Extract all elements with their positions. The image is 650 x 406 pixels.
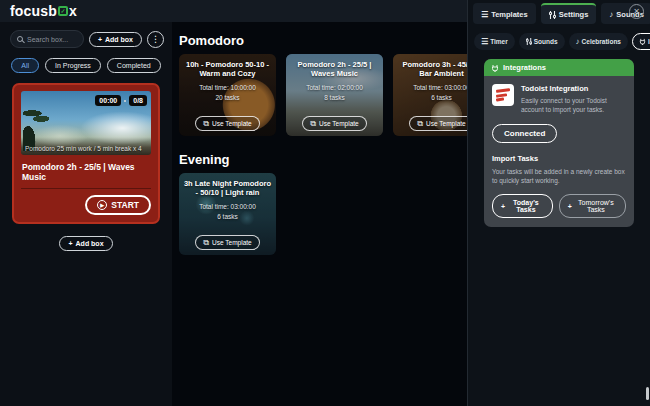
template-total-time: Total time: 02:00:00 bbox=[306, 84, 363, 91]
logo-text-prefix: focusb bbox=[10, 3, 57, 19]
box-card-title: Pomodoro 2h - 25/5 | Waves Music bbox=[21, 155, 151, 188]
tomorrows-tasks-button[interactable]: + Tomorrow's Tasks bbox=[559, 194, 626, 218]
subtab-celebrations[interactable]: ♪ Celebrations bbox=[569, 33, 628, 50]
template-total-time: Total time: 10:00:00 bbox=[199, 84, 256, 91]
todoist-logo bbox=[492, 84, 514, 106]
music-note-icon: ♪ bbox=[609, 11, 613, 19]
template-total-time: Total time: 03:00:00 bbox=[413, 84, 467, 91]
copy-icon: ⧉ bbox=[203, 239, 209, 247]
box-card-badges: 00:00 0/8 bbox=[95, 95, 147, 106]
copy-icon: ⧉ bbox=[310, 120, 316, 128]
section-title-evening: Evening bbox=[172, 136, 467, 173]
music-note-icon: ♪ bbox=[576, 38, 580, 46]
subtab-sounds[interactable]: Sounds bbox=[519, 33, 565, 50]
sliders-icon bbox=[549, 11, 556, 19]
box-card-divider bbox=[21, 188, 151, 189]
use-template-button[interactable]: ⧉ Use Template bbox=[195, 116, 259, 131]
template-card-warm-cozy[interactable]: 10h - Pomodoro 50-10 - Warm and Cozy Tot… bbox=[179, 54, 276, 136]
kebab-icon: ⋮ bbox=[151, 34, 160, 44]
todoist-integration-title: Todoist Integration bbox=[521, 84, 626, 93]
list-icon: ☰ bbox=[481, 38, 488, 46]
panel-tabs: ☰ Templates Settings ♪ Sounds bbox=[468, 0, 650, 24]
use-template-button[interactable]: ⧉ Use Template bbox=[302, 116, 366, 131]
integrations-card-header: Integrations bbox=[484, 59, 634, 76]
use-template-button[interactable]: ⧉ Use Template bbox=[409, 116, 467, 131]
evening-cards-row: 3h Late Night Pomodoro - 50/10 | Light r… bbox=[172, 173, 467, 255]
logo-text-suffix: x bbox=[69, 3, 77, 19]
tab-settings[interactable]: Settings bbox=[541, 3, 597, 24]
todoist-integration-row: Todoist Integration Easily connect to yo… bbox=[492, 84, 626, 114]
section-title-pomodoro: Pomodoro bbox=[172, 22, 467, 54]
template-title: Pomodoro 2h - 25/5 | Waves Music bbox=[290, 60, 379, 79]
subtab-timer[interactable]: ☰ Timer bbox=[474, 33, 515, 50]
template-task-count: 20 tasks bbox=[215, 94, 239, 101]
play-icon: ▶ bbox=[97, 200, 107, 210]
todays-tasks-button[interactable]: + Today's Tasks bbox=[492, 194, 553, 218]
template-task-count: 8 tasks bbox=[324, 94, 345, 101]
copy-icon: ⧉ bbox=[203, 120, 209, 128]
search-row: Search box... + Add box ⋮ bbox=[0, 22, 172, 48]
plus-icon: + bbox=[68, 240, 72, 247]
template-card-light-rain[interactable]: 3h Late Night Pomodoro - 50/10 | Light r… bbox=[179, 173, 276, 255]
subtab-integrations[interactable]: Integrations bbox=[632, 33, 650, 50]
close-panel-button[interactable]: ✕ bbox=[629, 4, 644, 19]
search-input[interactable]: Search box... bbox=[10, 30, 84, 48]
search-placeholder: Search box... bbox=[27, 36, 68, 43]
use-template-button[interactable]: ⧉ Use Template bbox=[195, 235, 259, 250]
template-task-count: 6 tasks bbox=[217, 213, 238, 220]
filter-all[interactable]: All bbox=[11, 58, 39, 73]
import-tasks-description: Your tasks will be added in a newly crea… bbox=[492, 167, 626, 185]
template-task-count: 6 tasks bbox=[431, 94, 452, 101]
progress-badge: 0/8 bbox=[129, 95, 147, 106]
filter-chips: All In Progress Completed bbox=[0, 48, 172, 73]
pomodoro-box-card[interactable]: 00:00 0/8 Pomodoro 25 min work / 5 min b… bbox=[12, 83, 160, 224]
plug-icon bbox=[491, 64, 499, 72]
list-icon: ☰ bbox=[481, 11, 488, 19]
import-tasks-title: Import Tasks bbox=[492, 154, 626, 163]
filter-in-progress[interactable]: In Progress bbox=[45, 58, 101, 73]
add-box-bottom-button[interactable]: + Add box bbox=[59, 236, 112, 251]
template-title: 3h Late Night Pomodoro - 50/10 | Light r… bbox=[183, 179, 272, 198]
template-title: Pomodoro 3h - 45/15 | Bar Ambient bbox=[397, 60, 467, 79]
panel-scrollbar-thumb[interactable] bbox=[646, 387, 649, 400]
plug-icon bbox=[639, 38, 646, 45]
templates-main-area: Pomodoro 10h - Pomodoro 50-10 - Warm and… bbox=[172, 22, 467, 406]
logo-checkbox-icon: ✓ bbox=[58, 6, 68, 16]
integrations-card: Integrations Todoist Integration Easily … bbox=[484, 59, 634, 227]
badge-separator-dot bbox=[124, 100, 126, 102]
settings-subtabs: ☰ Timer Sounds ♪ Celebrations Integratio… bbox=[468, 24, 650, 50]
template-title: 10h - Pomodoro 50-10 - Warm and Cozy bbox=[183, 60, 272, 79]
sliders-icon bbox=[526, 38, 532, 45]
settings-panel: ☰ Templates Settings ♪ Sounds ✕ ☰ Timer … bbox=[467, 0, 650, 406]
timer-badge: 00:00 bbox=[95, 95, 121, 106]
app-logo: focusb ✓ x bbox=[10, 3, 77, 19]
more-options-button[interactable]: ⋮ bbox=[147, 31, 164, 48]
template-card-waves-music[interactable]: Pomodoro 2h - 25/5 | Waves Music Total t… bbox=[286, 54, 383, 136]
todoist-integration-description: Easily connect to your Todoist account t… bbox=[521, 96, 626, 114]
template-card-bar-ambient[interactable]: Pomodoro 3h - 45/15 | Bar Ambient Total … bbox=[393, 54, 467, 136]
copy-icon: ⧉ bbox=[417, 120, 423, 128]
connected-button[interactable]: Connected bbox=[492, 124, 557, 143]
pomodoro-cards-row: 10h - Pomodoro 50-10 - Warm and Cozy Tot… bbox=[172, 54, 467, 136]
box-card-image: 00:00 0/8 Pomodoro 25 min work / 5 min b… bbox=[21, 91, 151, 155]
plus-icon: + bbox=[568, 203, 572, 210]
close-icon: ✕ bbox=[633, 7, 640, 16]
start-button[interactable]: ▶ START bbox=[85, 195, 151, 215]
box-card-subtitle: Pomodoro 25 min work / 5 min break x 4 bbox=[25, 145, 142, 152]
search-icon bbox=[17, 36, 23, 42]
template-total-time: Total time: 03:00:00 bbox=[199, 203, 256, 210]
filter-completed[interactable]: Completed bbox=[107, 58, 161, 73]
sidebar: Search box... + Add box ⋮ All In Progres… bbox=[0, 22, 172, 406]
plus-icon: + bbox=[98, 36, 102, 43]
add-box-button[interactable]: + Add box bbox=[89, 32, 142, 47]
plus-icon: + bbox=[501, 203, 505, 210]
tab-templates[interactable]: ☰ Templates bbox=[473, 3, 536, 24]
